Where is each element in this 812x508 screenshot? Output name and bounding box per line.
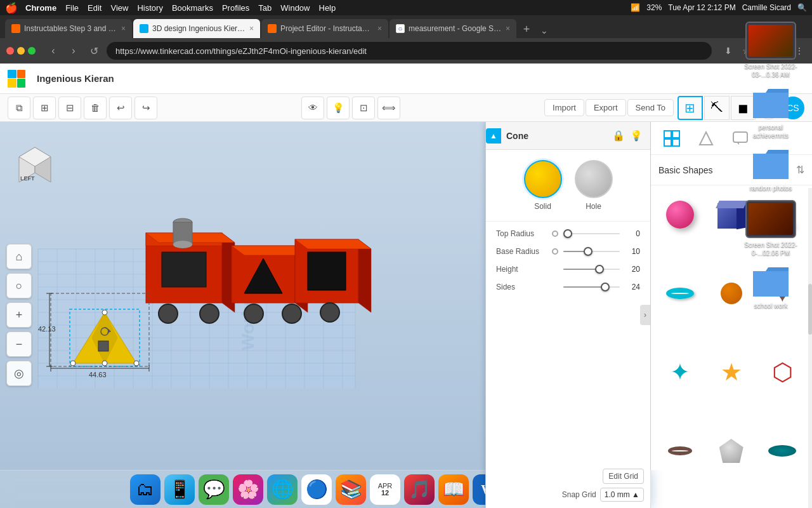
hole-option[interactable]: Hole xyxy=(575,160,613,211)
bulb-tool-btn[interactable]: 💡 xyxy=(327,97,350,119)
dock-safari[interactable]: 🌐 xyxy=(267,474,298,505)
tab-google[interactable]: G measurement - Google Searc... × xyxy=(390,19,516,38)
redo-tool-btn[interactable]: ↪ xyxy=(134,97,157,119)
menu-search-icon[interactable]: 🔍 xyxy=(797,3,807,12)
base-radius-dot[interactable] xyxy=(552,248,558,255)
tab-project-editor[interactable]: Project Editor - Instructables × xyxy=(261,19,388,38)
shape-box[interactable] xyxy=(707,190,756,239)
tab-tinkercad[interactable]: 3D design Ingenious Kieran | × xyxy=(133,19,260,38)
ungroup-tool-btn[interactable]: ⊟ xyxy=(58,97,81,119)
top-radius-handle[interactable] xyxy=(563,229,572,238)
eye-tool-btn[interactable]: 👁 xyxy=(301,97,324,119)
tab-close-instructables[interactable]: × xyxy=(121,24,126,33)
cone-light-btn[interactable]: 💡 xyxy=(630,130,643,142)
bookmark-icon[interactable]: ☆ xyxy=(740,44,752,57)
flip-tool-btn[interactable]: ⟺ xyxy=(377,97,400,119)
fit-btn[interactable]: ◎ xyxy=(6,361,32,386)
menu-history[interactable]: History xyxy=(137,3,162,13)
import-button[interactable]: Import xyxy=(544,99,584,116)
right-panel-scrollbar[interactable] xyxy=(808,188,812,508)
tab-close-google[interactable]: × xyxy=(506,24,510,33)
profile-icon[interactable]: 👤 xyxy=(775,44,788,57)
shape-ring-brown[interactable] xyxy=(656,427,704,475)
download-icon[interactable]: ⬇ xyxy=(722,44,735,57)
zoom-out-btn[interactable]: − xyxy=(6,331,32,357)
menu-edit[interactable]: Edit xyxy=(88,3,102,13)
minimize-window-btn[interactable] xyxy=(17,47,25,55)
height-track[interactable] xyxy=(563,269,620,270)
dock-music[interactable]: 🎵 xyxy=(404,474,435,505)
shape-gem[interactable] xyxy=(707,427,756,475)
tab-expand-button[interactable]: ⌄ xyxy=(537,23,552,38)
cone-panel-collapse-btn[interactable]: ▲ xyxy=(486,128,501,144)
view-cube[interactable]: LEFT xyxy=(13,135,57,185)
menu-chrome[interactable]: Chrome xyxy=(25,3,56,13)
dock-messages[interactable]: 💬 xyxy=(199,474,229,505)
grid-view-icon[interactable] xyxy=(656,124,688,152)
height-handle[interactable] xyxy=(595,265,604,274)
user-avatar[interactable]: CS xyxy=(782,97,804,119)
dock-books[interactable]: 📚 xyxy=(336,474,366,505)
sides-track[interactable] xyxy=(563,286,620,288)
menu-tab[interactable]: Tab xyxy=(258,3,272,13)
shape-cylinder[interactable] xyxy=(707,269,756,318)
shape-torus[interactable] xyxy=(656,269,704,318)
dock-chrome[interactable]: 🔵 xyxy=(301,474,332,505)
menu-window[interactable]: Window xyxy=(280,3,310,13)
grid-view-btn[interactable]: ⊞ xyxy=(678,96,703,120)
solid-option[interactable]: Solid xyxy=(524,160,562,211)
new-tab-button[interactable]: + xyxy=(518,20,535,38)
address-input[interactable] xyxy=(107,42,712,60)
zoom-in-btn[interactable]: + xyxy=(6,302,32,328)
base-radius-track[interactable] xyxy=(563,251,620,252)
forward-button[interactable]: › xyxy=(66,43,81,58)
dock-ibooks[interactable]: 📖 xyxy=(438,474,469,505)
apple-menu[interactable]: 🍎 xyxy=(5,2,18,14)
shape-star-yellow[interactable]: ★ xyxy=(707,348,756,396)
extensions-icon[interactable]: 🧩 xyxy=(757,44,770,57)
add-user-icon[interactable]: 👤+ xyxy=(757,97,780,119)
reload-button[interactable]: ↺ xyxy=(86,43,102,58)
shapes-category-dropdown[interactable]: Basic Shapes ⇅ xyxy=(658,164,804,176)
perspective-view-icon[interactable] xyxy=(690,124,722,152)
cone-lock-btn[interactable]: 🔒 xyxy=(612,130,625,142)
align-tool-btn[interactable]: ⊡ xyxy=(352,97,375,119)
dock-finder[interactable]: 🗂 xyxy=(130,474,160,505)
undo-tool-btn[interactable]: ↩ xyxy=(109,97,132,119)
orbit-btn[interactable]: ○ xyxy=(6,273,32,298)
snap-grid-value[interactable]: 1.0 mm ▲ xyxy=(600,488,644,502)
shape-hexagon[interactable]: ⬡ xyxy=(758,348,806,396)
base-radius-handle[interactable] xyxy=(584,247,593,256)
sides-handle[interactable] xyxy=(601,283,610,291)
top-radius-dot[interactable] xyxy=(552,231,558,237)
3d-view-btn[interactable]: ⛏ xyxy=(704,96,730,120)
home-view-btn[interactable]: ⌂ xyxy=(6,244,32,269)
comment-view-icon[interactable] xyxy=(724,124,756,152)
menu-bookmarks[interactable]: Bookmarks xyxy=(172,3,213,13)
close-window-btn[interactable] xyxy=(6,47,14,55)
tab-close-project-editor[interactable]: × xyxy=(377,24,382,33)
shape-sphere[interactable] xyxy=(656,190,704,239)
canvas-area[interactable]: LEFT ⌂ ○ + − ◎ xyxy=(0,122,650,508)
tab-close-tinkercad[interactable]: × xyxy=(249,24,254,33)
edit-grid-button[interactable]: Edit Grid xyxy=(603,469,644,484)
export-button[interactable]: Export xyxy=(586,99,626,116)
delete-tool-btn[interactable]: 🗑 xyxy=(84,97,107,119)
shape-disk[interactable] xyxy=(758,427,806,475)
dock-calendar[interactable]: APR12 xyxy=(370,474,400,505)
menu-help[interactable]: Help xyxy=(319,3,336,13)
shape-heart[interactable]: ♥ xyxy=(758,269,806,318)
copy-tool-btn[interactable]: ⧉ xyxy=(8,97,30,119)
top-radius-track[interactable] xyxy=(563,233,620,234)
menu-view[interactable]: View xyxy=(110,3,128,13)
cone-panel-expand[interactable]: › xyxy=(640,305,650,325)
shape-cone[interactable] xyxy=(758,190,806,239)
menu-file[interactable]: File xyxy=(65,3,79,13)
back-button[interactable]: ‹ xyxy=(46,43,61,58)
shape-star-teal[interactable]: ✦ xyxy=(656,348,704,396)
dock-siri[interactable]: 🌸 xyxy=(233,474,263,505)
send-to-button[interactable]: Send To xyxy=(627,99,674,116)
dock-appstore[interactable]: 📱 xyxy=(164,474,195,505)
menu-profiles[interactable]: Profiles xyxy=(222,3,249,13)
maximize-window-btn[interactable] xyxy=(28,47,36,55)
